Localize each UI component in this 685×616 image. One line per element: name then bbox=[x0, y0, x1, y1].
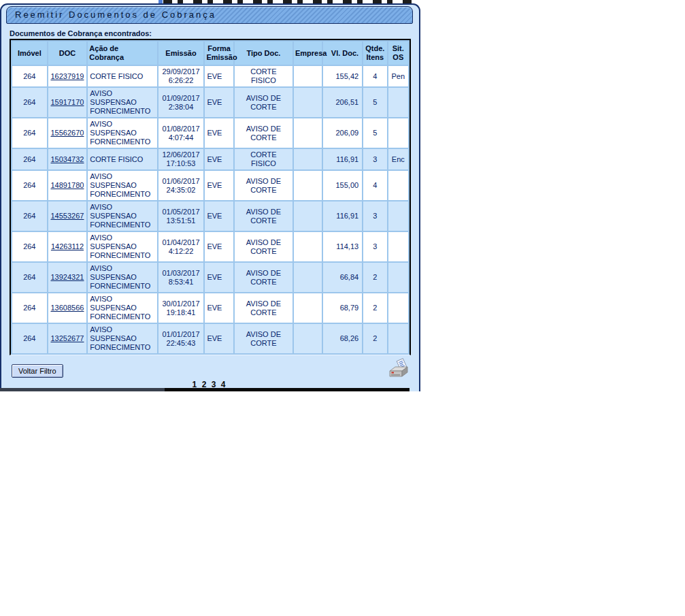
cell-doc: 13924321 bbox=[48, 263, 87, 292]
header-forma-emissao: Forma Emissão bbox=[205, 42, 233, 65]
bottom-scroll-bar[interactable] bbox=[0, 388, 410, 391]
cell-emissao: 01/03/2017 8:53:41 bbox=[158, 263, 204, 292]
printer-icon[interactable] bbox=[388, 358, 410, 381]
header-emissao: Emissão bbox=[158, 42, 204, 65]
cell-vl: 68,26 bbox=[323, 324, 362, 353]
cell-sit: Enc bbox=[388, 149, 408, 169]
cell-vl: 155,00 bbox=[323, 171, 362, 200]
cell-emissao: 01/08/2017 4:07:44 bbox=[158, 118, 204, 148]
doc-link[interactable]: 15917170 bbox=[51, 98, 84, 106]
cell-imovel: 264 bbox=[12, 324, 47, 353]
header-acao-de-cobranca: Ação de Cobrança bbox=[88, 42, 156, 65]
found-documents-label: Documentos de Cobrança encontrados: bbox=[10, 29, 152, 37]
cell-empresa bbox=[294, 324, 322, 353]
cell-acao: AVISO SUSPENSAO FORNECIMENTO bbox=[88, 88, 156, 117]
doc-link[interactable]: 16237919 bbox=[51, 72, 84, 80]
cell-qtde: 4 bbox=[363, 171, 386, 200]
clipped-menu-icon bbox=[158, 0, 163, 3]
cell-doc: 15034732 bbox=[48, 149, 87, 169]
panel-title: Reemitir Documentos de Cobrança bbox=[6, 6, 413, 24]
voltar-filtro-button[interactable]: Voltar Filtro bbox=[12, 364, 63, 378]
cell-forma: EVE bbox=[205, 201, 233, 231]
doc-link[interactable]: 14891780 bbox=[51, 181, 84, 189]
cell-acao: AVISO SUSPENSAO FORNECIMENTO bbox=[88, 201, 156, 231]
cell-qtde: 2 bbox=[363, 293, 386, 323]
table-row: 26413252677AVISO SUSPENSAO FORNECIMENTO0… bbox=[12, 324, 408, 353]
cell-vl: 116,91 bbox=[323, 201, 362, 231]
cell-vl: 66,84 bbox=[323, 263, 362, 292]
cell-tipo: CORTE FISICO bbox=[235, 66, 293, 86]
table-header: Imóvel DOC Ação de Cobrança Emissão Form… bbox=[12, 42, 408, 65]
page: Reemitir Documentos de Cobrança Document… bbox=[0, 0, 685, 616]
cell-vl: 68,79 bbox=[323, 293, 362, 323]
cell-doc: 15917170 bbox=[48, 88, 87, 117]
cell-forma: EVE bbox=[205, 149, 233, 169]
cell-vl: 206,09 bbox=[323, 118, 362, 148]
cell-emissao: 01/04/2017 4:12:22 bbox=[158, 232, 204, 261]
cell-qtde: 3 bbox=[363, 201, 386, 231]
cell-forma: EVE bbox=[205, 263, 233, 292]
cell-empresa bbox=[294, 149, 322, 169]
table-row: 26413924321AVISO SUSPENSAO FORNECIMENTO0… bbox=[12, 263, 408, 292]
doc-link[interactable]: 14553267 bbox=[51, 212, 84, 220]
cell-empresa bbox=[294, 293, 322, 323]
header-vl-doc: Vl. Doc. bbox=[323, 42, 362, 65]
cell-tipo: AVISO DE CORTE bbox=[235, 201, 293, 231]
cell-sit bbox=[388, 88, 408, 117]
cell-forma: EVE bbox=[205, 118, 233, 148]
cell-tipo: AVISO DE CORTE bbox=[235, 293, 293, 323]
table-row: 26415562670AVISO SUSPENSAO FORNECIMENTO0… bbox=[12, 118, 408, 148]
reemitir-panel: Reemitir Documentos de Cobrança Document… bbox=[0, 3, 420, 391]
cell-empresa bbox=[294, 88, 322, 117]
doc-link[interactable]: 14263112 bbox=[51, 242, 84, 250]
cell-qtde: 3 bbox=[363, 232, 386, 261]
header-doc: DOC bbox=[48, 42, 87, 65]
cell-doc: 16237919 bbox=[48, 66, 87, 86]
cell-imovel: 264 bbox=[12, 88, 47, 117]
cell-imovel: 264 bbox=[12, 293, 47, 323]
cell-sit bbox=[388, 263, 408, 292]
cell-tipo: CORTE FISICO bbox=[235, 149, 293, 169]
cell-acao: CORTE FISICO bbox=[88, 66, 156, 86]
header-imovel: Imóvel bbox=[12, 42, 47, 65]
cell-empresa bbox=[294, 118, 322, 148]
header-tipo-doc: Tipo Doc. bbox=[235, 42, 293, 65]
cell-sit: Pen bbox=[388, 66, 408, 86]
cell-sit bbox=[388, 232, 408, 261]
cell-empresa bbox=[294, 201, 322, 231]
cell-doc: 15562670 bbox=[48, 118, 87, 148]
table-row: 26415034732CORTE FISICO12/06/2017 17:10:… bbox=[12, 149, 408, 169]
cell-imovel: 264 bbox=[12, 232, 47, 261]
cell-acao: AVISO SUSPENSAO FORNECIMENTO bbox=[88, 118, 156, 148]
cell-vl: 155,42 bbox=[323, 66, 362, 86]
cell-emissao: 30/01/2017 19:18:41 bbox=[158, 293, 204, 323]
doc-link[interactable]: 13252677 bbox=[51, 334, 84, 342]
table-row: 26416237919CORTE FISICO29/09/2017 6:26:2… bbox=[12, 66, 408, 86]
header-qtde-itens: Qtde. Itens bbox=[363, 42, 386, 65]
doc-link[interactable]: 15034732 bbox=[51, 155, 84, 163]
cell-sit bbox=[388, 118, 408, 148]
documents-table: Imóvel DOC Ação de Cobrança Emissão Form… bbox=[10, 39, 411, 355]
cell-vl: 114,13 bbox=[323, 232, 362, 261]
cell-vl: 116,91 bbox=[323, 149, 362, 169]
cell-qtde: 2 bbox=[363, 263, 386, 292]
cell-emissao: 01/01/2017 22:45:43 bbox=[158, 324, 204, 353]
cell-emissao: 01/06/2017 24:35:02 bbox=[158, 171, 204, 200]
cell-imovel: 264 bbox=[12, 201, 47, 231]
cell-imovel: 264 bbox=[12, 66, 47, 86]
cell-tipo: AVISO DE CORTE bbox=[235, 118, 293, 148]
cell-doc: 13252677 bbox=[48, 324, 87, 353]
cell-acao: AVISO SUSPENSAO FORNECIMENTO bbox=[88, 324, 156, 353]
doc-link[interactable]: 13608566 bbox=[51, 304, 84, 312]
cell-imovel: 264 bbox=[12, 118, 47, 148]
cell-forma: EVE bbox=[205, 88, 233, 117]
doc-link[interactable]: 15562670 bbox=[51, 129, 84, 137]
doc-link[interactable]: 13924321 bbox=[51, 273, 84, 281]
cell-tipo: AVISO DE CORTE bbox=[235, 88, 293, 117]
cell-forma: EVE bbox=[205, 324, 233, 353]
cell-acao: AVISO SUSPENSAO FORNECIMENTO bbox=[88, 171, 156, 200]
cell-forma: EVE bbox=[205, 66, 233, 86]
cell-emissao: 12/06/2017 17:10:53 bbox=[158, 149, 204, 169]
cell-forma: EVE bbox=[205, 293, 233, 323]
cell-sit bbox=[388, 324, 408, 353]
